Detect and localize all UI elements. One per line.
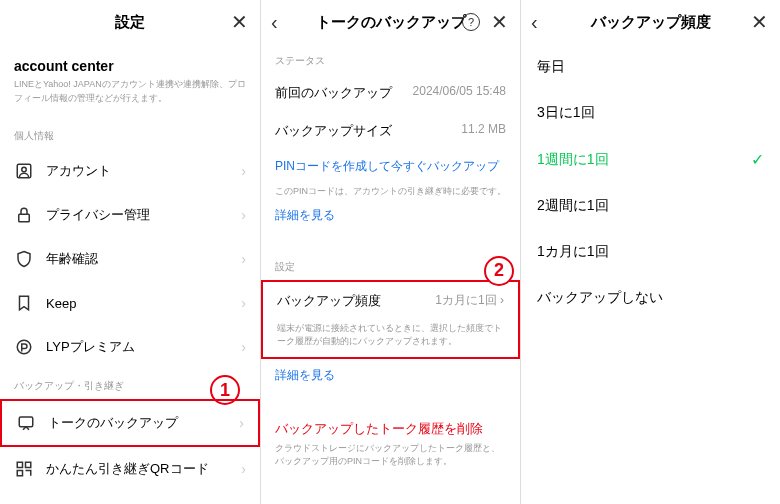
chevron-right-icon: › xyxy=(241,295,246,311)
chevron-right-icon: › xyxy=(241,163,246,179)
freq-highlight: バックアップ頻度 1カ月に1回 › 端末が電源に接続されているときに、選択した頻… xyxy=(261,280,520,359)
frequency-option[interactable]: 3日に1回 xyxy=(521,90,780,136)
back-icon[interactable]: ‹ xyxy=(271,11,278,34)
row-size: バックアップサイズ 11.2 MB xyxy=(261,112,520,150)
row-last-backup: 前回のバックアップ 2024/06/05 15:48 xyxy=(261,74,520,112)
lock-icon xyxy=(14,205,34,225)
freq-label: バックアップ頻度 xyxy=(277,292,381,310)
close-icon[interactable]: ✕ xyxy=(491,10,508,34)
svg-rect-6 xyxy=(26,462,31,467)
frequency-option[interactable]: バックアップしない xyxy=(521,275,780,321)
user-icon xyxy=(14,161,34,181)
option-label: バックアップしない xyxy=(537,289,663,307)
item-label: プライバシー管理 xyxy=(46,206,241,224)
frequency-option[interactable]: 1カ月に1回 xyxy=(521,229,780,275)
frequency-option[interactable]: 2週間に1回 xyxy=(521,183,780,229)
header: ‹ トークのバックアップ ? ✕ xyxy=(261,0,520,44)
detail-link[interactable]: 詳細を見る xyxy=(261,207,520,232)
item-age[interactable]: 年齢確認 › xyxy=(0,237,260,281)
option-label: 3日に1回 xyxy=(537,104,595,122)
close-icon[interactable]: ✕ xyxy=(231,10,248,34)
section-settings: 設定 xyxy=(261,250,520,280)
item-lyp[interactable]: LYPプレミアム › xyxy=(0,325,260,369)
size-value: 11.2 MB xyxy=(461,122,506,140)
header: ‹ バックアップ頻度 ✕ xyxy=(521,0,780,44)
last-backup-label: 前回のバックアップ xyxy=(275,84,392,102)
item-backup-frequency[interactable]: バックアップ頻度 1カ月に1回 › xyxy=(263,282,518,320)
item-label: LYPプレミアム xyxy=(46,338,241,356)
section-personal: 個人情報 xyxy=(0,119,260,149)
chevron-right-icon: › xyxy=(241,251,246,267)
account-center-title[interactable]: account center xyxy=(0,44,260,78)
item-keep[interactable]: Keep › xyxy=(0,281,260,325)
help-icon[interactable]: ? xyxy=(462,13,480,31)
freq-wrap: 2 バックアップ頻度 1カ月に1回 › 端末が電源に接続されているときに、選択し… xyxy=(261,280,520,359)
chat-backup-icon xyxy=(16,413,36,433)
frequency-option[interactable]: 毎日 xyxy=(521,44,780,90)
option-label: 2週間に1回 xyxy=(537,197,609,215)
last-backup-value: 2024/06/05 15:48 xyxy=(413,84,506,102)
item-label: かんたん引き継ぎQRコード xyxy=(46,460,241,478)
page-title: 設定 xyxy=(115,13,145,32)
talk-backup-wrap: 1 トークのバックアップ › xyxy=(0,399,260,447)
item-qr[interactable]: かんたん引き継ぎQRコード › xyxy=(0,447,260,491)
item-privacy[interactable]: プライバシー管理 › xyxy=(0,193,260,237)
item-label: アカウント xyxy=(46,162,241,180)
back-icon[interactable]: ‹ xyxy=(531,11,538,34)
svg-rect-2 xyxy=(19,214,30,222)
item-label: 年齢確認 xyxy=(46,250,241,268)
freq-desc: 端末が電源に接続されているときに、選択した頻度でトーク履歴が自動的にバックアップ… xyxy=(263,320,518,357)
pin-desc: このPINコードは、アカウントの引き継ぎ時に必要です。 xyxy=(261,183,520,207)
premium-icon xyxy=(14,337,34,357)
bookmark-icon xyxy=(14,293,34,313)
svg-rect-4 xyxy=(19,417,33,427)
frequency-option[interactable]: 1週間に1回✓ xyxy=(521,136,780,183)
svg-point-3 xyxy=(17,340,31,354)
account-center-desc: LINEとYahoo! JAPANのアカウント連携や連携解除、プロフィール情報の… xyxy=(0,78,260,119)
settings-screen: 設定 ✕ account center LINEとYahoo! JAPANのアカ… xyxy=(0,0,260,504)
item-account[interactable]: アカウント › xyxy=(0,149,260,193)
shield-icon xyxy=(14,249,34,269)
delete-desc: クラウドストレージにバックアップしたトーク履歴と、バックアップ用のPINコードを… xyxy=(261,440,520,477)
detail-link-2[interactable]: 詳細を見る xyxy=(261,359,520,392)
talk-backup-screen: ‹ トークのバックアップ ? ✕ ステータス 前回のバックアップ 2024/06… xyxy=(260,0,520,504)
size-label: バックアップサイズ xyxy=(275,122,392,140)
chevron-right-icon: › xyxy=(241,207,246,223)
item-label: Keep xyxy=(46,296,241,311)
chevron-right-icon: › xyxy=(241,461,246,477)
chevron-right-icon: › xyxy=(239,415,244,431)
section-status: ステータス xyxy=(261,44,520,74)
option-label: 1週間に1回 xyxy=(537,151,609,169)
pin-create-link[interactable]: PINコードを作成して今すぐバックアップ xyxy=(261,150,520,183)
check-icon: ✓ xyxy=(751,150,764,169)
item-transfer[interactable]: アカウント引き継ぎオプション › xyxy=(0,491,260,504)
page-title: バックアップ頻度 xyxy=(591,13,711,32)
annotation-badge-2: 2 xyxy=(484,256,514,286)
header: 設定 ✕ xyxy=(0,0,260,44)
item-talk-backup[interactable]: トークのバックアップ › xyxy=(0,399,260,447)
option-label: 1カ月に1回 xyxy=(537,243,609,261)
delete-backup-link[interactable]: バックアップしたトーク履歴を削除 xyxy=(261,412,520,440)
qr-icon xyxy=(14,459,34,479)
chevron-right-icon: › xyxy=(241,339,246,355)
svg-point-1 xyxy=(22,167,27,172)
option-label: 毎日 xyxy=(537,58,565,76)
freq-value: 1カ月に1回 › xyxy=(435,292,504,310)
frequency-list: 毎日3日に1回1週間に1回✓2週間に1回1カ月に1回バックアップしない xyxy=(521,44,780,321)
close-icon[interactable]: ✕ xyxy=(751,10,768,34)
svg-rect-5 xyxy=(17,462,22,467)
item-label: トークのバックアップ xyxy=(48,414,239,432)
svg-rect-7 xyxy=(17,471,22,476)
backup-frequency-screen: ‹ バックアップ頻度 ✕ 毎日3日に1回1週間に1回✓2週間に1回1カ月に1回バ… xyxy=(520,0,780,504)
page-title: トークのバックアップ xyxy=(316,13,466,32)
